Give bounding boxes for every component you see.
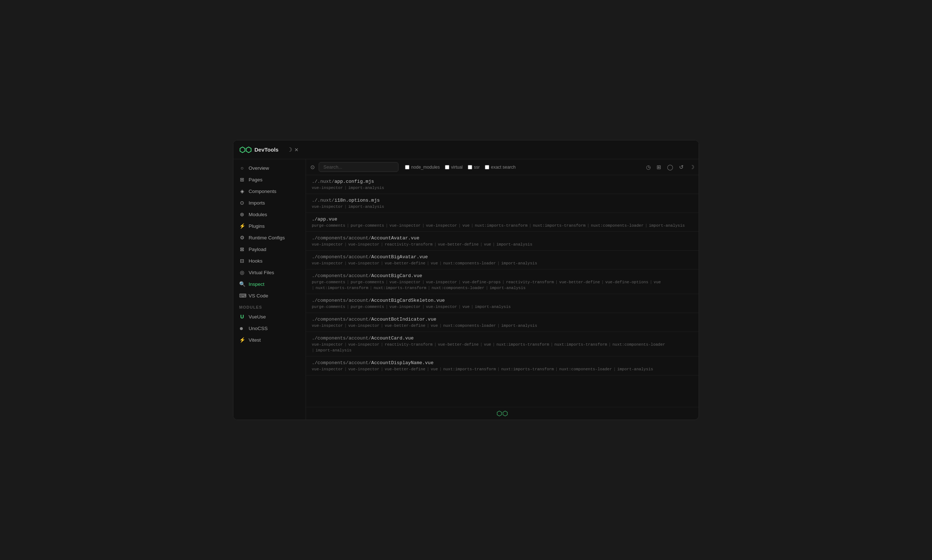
file-tag: vue-better-define — [381, 261, 425, 266]
sidebar-item-virtual-files[interactable]: ◎Virtual Files — [233, 266, 306, 278]
filter-checkbox-exact_search[interactable] — [485, 165, 489, 169]
file-tag: reactivity-transform — [381, 342, 433, 347]
layout-icon[interactable]: ⊞ — [656, 164, 661, 171]
refresh-icon[interactable]: ↺ — [679, 164, 684, 171]
file-tags: vue-inspectorimport-analysis — [312, 205, 693, 209]
file-tag: vue-inspector — [344, 242, 379, 247]
file-tags: vue-inspectorvue-inspectorvue-better-def… — [312, 367, 693, 371]
sidebar-label-vitest: Vitest — [249, 337, 261, 343]
filter-checkbox-ssr[interactable] — [468, 165, 472, 169]
filter-exact_search[interactable]: exact search — [485, 165, 516, 170]
file-tags: purge-commentspurge-commentsvue-inspecto… — [312, 280, 693, 290]
main-layout: ○Overview⊞Pages◈Components⊙Imports⊛Modul… — [233, 159, 699, 420]
file-entry[interactable]: ./components/account/AccountBigCardSkele… — [306, 294, 699, 313]
filter-virtual[interactable]: virtual — [445, 165, 463, 170]
file-entry[interactable]: ./.nuxt/i18n.options.mjsvue-inspectorimp… — [306, 194, 699, 213]
filter-ssr[interactable]: ssr — [468, 165, 480, 170]
file-name: ./.nuxt/app.config.mjs — [312, 179, 693, 184]
file-entry[interactable]: ./components/account/AccountCard.vuevue-… — [306, 332, 699, 357]
file-tag: nuxt:components-loader — [439, 323, 496, 328]
sidebar-label-plugins: Plugins — [249, 223, 265, 229]
sidebar-label-vueuse: VueUse — [249, 314, 266, 320]
file-tag: nuxt:imports-transform — [497, 367, 554, 371]
file-path-prefix: ./.nuxt/ — [312, 198, 334, 203]
file-tag: vue-define-props — [458, 280, 501, 285]
file-tag: vue-inspector — [312, 242, 343, 247]
file-entry[interactable]: ./components/account/AccountBigAvatar.vu… — [306, 251, 699, 269]
logo: ⬡⬡ DevTools — [239, 145, 278, 154]
filter-label-exact_search: exact search — [491, 165, 516, 170]
inspect-icon: 🔍 — [239, 281, 245, 287]
sidebar-item-unocss[interactable]: UnoCSS — [233, 322, 306, 334]
file-tag: vue-inspector — [344, 342, 379, 347]
file-tag: nuxt:imports-transform — [439, 367, 496, 371]
sidebar-item-vitest[interactable]: ⚡Vitest — [233, 334, 306, 346]
theme-toggle-icon[interactable]: ☽ — [287, 146, 292, 153]
nuxt-logo-bottom: ⬡⬡ — [496, 409, 508, 417]
modules-section-label: MODULES — [233, 302, 306, 311]
filter-checkbox-node_modules[interactable] — [405, 165, 410, 169]
file-entry[interactable]: ./components/account/AccountDisplayName.… — [306, 357, 699, 375]
file-tag: import-analysis — [344, 205, 384, 209]
file-tag: vue — [427, 261, 438, 266]
file-tag: vue-better-define — [434, 242, 479, 247]
sidebar-label-pages: Pages — [249, 177, 262, 182]
file-tag: import-analysis — [471, 305, 511, 309]
file-tag: vue — [427, 323, 438, 328]
file-tag: import-analysis — [312, 348, 352, 352]
components-icon: ◈ — [239, 188, 245, 194]
search-input[interactable] — [319, 162, 399, 172]
file-tag: purge-comments — [312, 305, 345, 309]
search-mode-icon[interactable]: ⊙ — [310, 164, 315, 171]
file-tag: vue — [458, 223, 469, 228]
sidebar-item-vueuse[interactable]: UVueUse — [233, 311, 306, 322]
sidebar-item-modules[interactable]: ⊛Modules — [233, 209, 306, 220]
file-entry[interactable]: ./app.vuepurge-commentspurge-commentsvue… — [306, 213, 699, 232]
sidebar-item-vs-code[interactable]: ⌨VS Code — [233, 290, 306, 302]
sidebar-item-overview[interactable]: ○Overview — [233, 162, 306, 174]
file-name: ./components/account/AccountCard.vue — [312, 335, 693, 341]
close-icon[interactable]: ✕ — [294, 147, 299, 153]
file-tag: vue-inspector — [422, 280, 457, 285]
titlebar: ⬡⬡ DevTools ☽ ✕ — [233, 140, 699, 159]
sidebar-item-plugins[interactable]: ⚡Plugins — [233, 220, 306, 232]
file-tag: reactivity-transform — [502, 280, 554, 285]
sidebar-item-hooks[interactable]: ⊟Hooks — [233, 255, 306, 266]
file-tag: nuxt:imports-transform — [551, 342, 607, 347]
github-icon[interactable]: ◯ — [667, 164, 673, 171]
file-path-prefix: ./components/account/ — [312, 335, 371, 341]
file-tag: nuxt:components-loader — [608, 342, 665, 347]
filter-node_modules[interactable]: node_modules — [405, 165, 440, 170]
file-tag: vue — [458, 305, 469, 309]
file-tag: import-analysis — [486, 286, 526, 290]
file-tag: vue — [480, 242, 491, 247]
sidebar-item-pages[interactable]: ⊞Pages — [233, 174, 306, 185]
file-entry[interactable]: ./components/account/AccountBigCard.vuep… — [306, 269, 699, 294]
sidebar-label-unocss: UnoCSS — [249, 326, 268, 331]
filter-label-ssr: ssr — [474, 165, 480, 170]
sidebar-label-imports: Imports — [249, 200, 265, 206]
file-entry[interactable]: ./components/account/AccountAvatar.vuevu… — [306, 232, 699, 251]
file-tag: vue — [480, 342, 491, 347]
file-name: ./components/account/AccountBigCardSkele… — [312, 298, 693, 303]
file-entry[interactable]: ./components/account/AccountBotIndicator… — [306, 313, 699, 332]
dark-mode-icon[interactable]: ☽ — [690, 164, 694, 171]
file-tag: import-analysis — [497, 261, 537, 266]
file-tag: nuxt:components-loader — [439, 261, 496, 266]
filter-checkbox-virtual[interactable] — [445, 165, 449, 169]
file-name: ./components/account/AccountAvatar.vue — [312, 235, 693, 241]
sidebar-item-imports[interactable]: ⊙Imports — [233, 197, 306, 209]
toolbar-right: ◷ ⊞ ◯ ↺ ☽ — [646, 164, 694, 171]
file-path-prefix: ./components/account/ — [312, 317, 371, 322]
file-tag: vue-inspector — [312, 367, 343, 371]
sidebar-item-inspect[interactable]: 🔍Inspect — [233, 278, 306, 290]
sidebar-label-vs-code: VS Code — [249, 293, 268, 298]
runtime-configs-icon: ⚙ — [239, 235, 245, 240]
sidebar-item-components[interactable]: ◈Components — [233, 185, 306, 197]
file-tag: purge-comments — [312, 223, 345, 228]
history-icon[interactable]: ◷ — [646, 164, 651, 171]
sidebar-item-runtime-configs[interactable]: ⚙Runtime Configs — [233, 232, 306, 243]
file-entry[interactable]: ./.nuxt/app.config.mjsvue-inspectorimpor… — [306, 175, 699, 194]
sidebar-item-payload[interactable]: ⊠Payload — [233, 243, 306, 255]
file-tag: import-analysis — [344, 186, 384, 190]
